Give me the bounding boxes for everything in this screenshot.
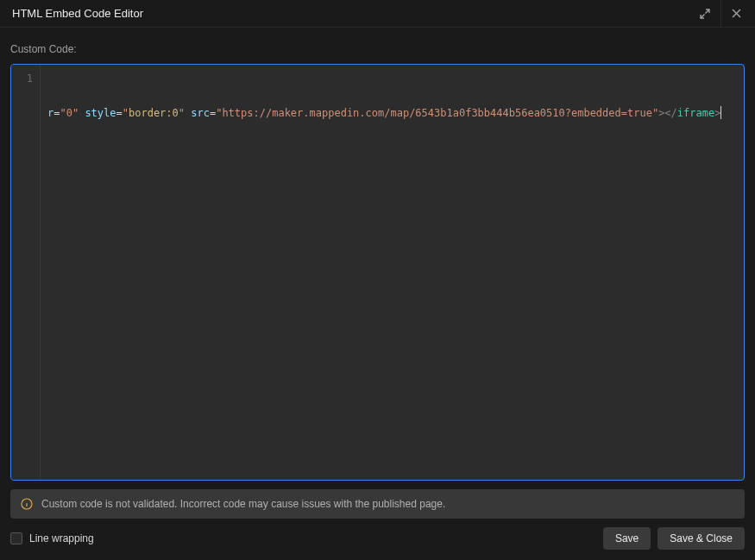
save-close-button[interactable]: Save & Close bbox=[657, 527, 745, 550]
close-button[interactable] bbox=[720, 0, 752, 28]
save-button[interactable]: Save bbox=[603, 527, 651, 550]
expand-button[interactable] bbox=[689, 0, 720, 28]
warning-bar: Custom code is not validated. Incorrect … bbox=[10, 489, 745, 519]
header-actions bbox=[689, 0, 752, 28]
dialog-body: Custom Code: 1 r="0" style="border:0" sr… bbox=[0, 28, 755, 560]
line-wrapping-label: Line wrapping bbox=[29, 532, 94, 544]
expand-icon bbox=[699, 8, 711, 20]
code-token: </ bbox=[664, 107, 676, 119]
footer-buttons: Save Save & Close bbox=[603, 527, 745, 550]
code-line: r="0" style="border:0" src="https://make… bbox=[47, 104, 737, 122]
line-gutter: 1 bbox=[11, 65, 41, 480]
code-textarea[interactable]: r="0" style="border:0" src="https://make… bbox=[41, 65, 744, 480]
code-editor[interactable]: 1 r="0" style="border:0" src="https://ma… bbox=[10, 64, 745, 481]
code-token: style bbox=[85, 107, 116, 119]
dialog-header: HTML Embed Code Editor bbox=[0, 0, 755, 28]
code-token: "0" bbox=[60, 107, 79, 119]
warning-text: Custom code is not validated. Incorrect … bbox=[41, 498, 445, 510]
dialog-title: HTML Embed Code Editor bbox=[12, 7, 143, 20]
code-token: border:0 bbox=[129, 107, 179, 119]
close-icon bbox=[731, 8, 742, 19]
line-wrapping-toggle[interactable]: Line wrapping bbox=[10, 532, 94, 544]
checkbox-icon bbox=[10, 532, 22, 544]
line-number: 1 bbox=[11, 70, 33, 87]
code-token: src bbox=[191, 107, 210, 119]
code-token: " bbox=[179, 107, 185, 119]
code-token: > bbox=[714, 107, 720, 119]
code-token: iframe bbox=[677, 107, 714, 119]
text-cursor bbox=[720, 106, 721, 119]
info-icon bbox=[21, 498, 33, 510]
code-token: = bbox=[116, 107, 123, 119]
custom-code-label: Custom Code: bbox=[10, 43, 745, 55]
code-token: " bbox=[123, 107, 129, 119]
code-token: "https://maker.mappedin.com/map/6543b1a0… bbox=[216, 107, 658, 119]
dialog-footer: Line wrapping Save Save & Close bbox=[10, 527, 745, 550]
